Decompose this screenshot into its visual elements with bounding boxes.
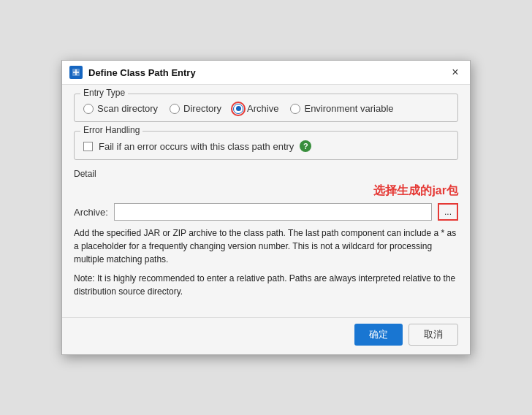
radio-archive-circle: [233, 104, 243, 114]
help-icon[interactable]: ?: [300, 140, 311, 152]
radio-archive-label: Archive: [247, 103, 278, 114]
dialog-title: Define Class Path Entry: [88, 67, 442, 78]
error-handling-row: Fail if an error occurs with this class …: [83, 140, 449, 152]
radio-archive[interactable]: Archive: [233, 103, 278, 114]
detail-title: Detail: [74, 169, 458, 179]
annotation-text: 选择生成的jar包: [74, 183, 458, 199]
radio-environment-variable-label: Environment variable: [304, 103, 393, 114]
archive-browse-button[interactable]: ...: [438, 203, 458, 221]
radio-directory-circle: [170, 104, 180, 114]
description-2: Note: It is highly recommended to enter …: [74, 272, 458, 298]
entry-type-title: Entry Type: [80, 88, 128, 98]
dialog-footer: 确定 取消: [62, 317, 470, 354]
radio-scan-directory-label: Scan directory: [97, 103, 158, 114]
confirm-button[interactable]: 确定: [354, 324, 403, 346]
dialog-body: Entry Type Scan directory Directory Arch…: [62, 85, 470, 317]
description-1: Add the specified JAR or ZIP archive to …: [74, 226, 458, 266]
detail-section: Detail 选择生成的jar包 Archive: ... Add the sp…: [74, 169, 458, 298]
cancel-button[interactable]: 取消: [408, 324, 458, 346]
radio-scan-directory[interactable]: Scan directory: [83, 103, 158, 114]
radio-environment-variable[interactable]: Environment variable: [290, 103, 393, 114]
fail-on-error-checkbox[interactable]: [83, 142, 93, 151]
radio-directory-label: Directory: [183, 103, 221, 114]
radio-directory[interactable]: Directory: [170, 103, 221, 114]
dialog-titlebar: Define Class Path Entry ×: [62, 61, 470, 85]
archive-label: Archive:: [74, 207, 108, 218]
entry-type-group: Entry Type Scan directory Directory Arch…: [74, 94, 458, 122]
fail-on-error-label: Fail if an error occurs with this class …: [99, 141, 294, 152]
radio-scan-directory-circle: [83, 104, 94, 114]
radio-environment-variable-circle: [290, 104, 300, 114]
app-icon: [69, 66, 83, 79]
archive-input[interactable]: [114, 203, 432, 221]
error-handling-title: Error Handling: [80, 125, 142, 135]
error-handling-group: Error Handling Fail if an error occurs w…: [74, 131, 458, 160]
entry-type-options: Scan directory Directory Archive Environ…: [83, 103, 449, 114]
close-button[interactable]: ×: [448, 65, 463, 80]
define-class-path-dialog: Define Class Path Entry × Entry Type Sca…: [61, 60, 471, 355]
archive-row: Archive: ...: [74, 203, 458, 221]
